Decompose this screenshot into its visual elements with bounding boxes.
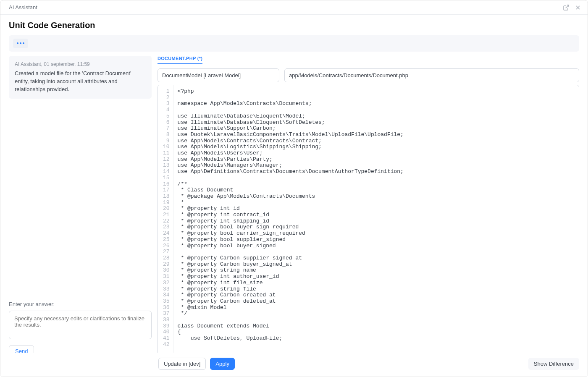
apply-button[interactable]: Apply [210,358,235,370]
file-tab-active[interactable]: DOCUMENT.PHP (*) [158,56,202,64]
svg-point-3 [17,42,18,44]
assistant-message-meta: AI Assistant, 01 september, 11:59 [15,61,146,68]
left-panel: AI Assistant, 01 september, 11:59 Create… [9,56,152,357]
more-actions-button[interactable] [13,39,28,48]
code-gutter: 1234567891011121314151617181920212223242… [158,85,173,357]
footer-bar: Update in [dev] Apply Show Difference [0,353,588,377]
assistant-message-body: Created a model file for the 'Contract D… [15,70,146,94]
popout-icon[interactable] [562,4,570,11]
file-path-input[interactable] [284,68,579,82]
file-tabs: DOCUMENT.PHP (*) [158,56,579,64]
close-icon[interactable] [574,4,582,11]
app-title: AI Assistant [9,4,37,10]
answer-label: Enter your answer: [9,301,152,307]
title-bar: AI Assistant [0,0,588,15]
model-descriptor-input[interactable] [158,68,279,82]
page-title: Unit Code Generation [0,15,588,35]
code-editor[interactable]: 1234567891011121314151617181920212223242… [158,85,579,357]
right-panel: DOCUMENT.PHP (*) 12345678910111213141516… [158,56,579,357]
toolbar [9,35,579,52]
title-bar-actions [562,4,582,11]
show-difference-button[interactable]: Show Difference [528,358,579,370]
svg-point-5 [23,42,24,44]
svg-line-0 [566,5,569,8]
svg-point-4 [20,42,21,44]
answer-input[interactable] [9,311,152,339]
code-content[interactable]: <?php namespace App\Models\Contracts\Doc… [173,85,579,357]
update-in-button[interactable]: Update in [dev] [158,358,206,370]
assistant-message: AI Assistant, 01 september, 11:59 Create… [9,56,152,99]
